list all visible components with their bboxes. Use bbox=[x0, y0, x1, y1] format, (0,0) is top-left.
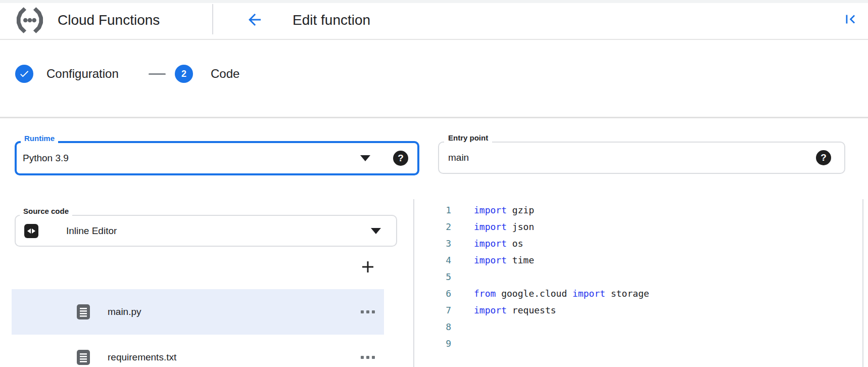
step-configuration-label[interactable]: Configuration bbox=[46, 67, 119, 81]
entry-point-help-icon[interactable]: ? bbox=[816, 150, 831, 165]
app-title: Cloud Functions bbox=[58, 12, 160, 28]
stepper-connector bbox=[149, 73, 166, 75]
step-number: 2 bbox=[181, 69, 186, 79]
caret-down-icon bbox=[360, 155, 370, 161]
add-file-icon[interactable] bbox=[360, 259, 376, 275]
caret-down-icon bbox=[371, 228, 381, 234]
editor-scrollbar-track[interactable] bbox=[862, 199, 863, 367]
cloud-functions-logo-icon bbox=[14, 7, 45, 34]
window-top-edge bbox=[0, 0, 868, 3]
code-line: 5 bbox=[414, 268, 861, 285]
line-number: 6 bbox=[414, 288, 451, 299]
section-divider bbox=[0, 117, 868, 118]
step-configuration-indicator[interactable] bbox=[15, 65, 33, 83]
code-line: 7 import requests bbox=[414, 302, 861, 318]
source-code-label: Source code bbox=[20, 207, 72, 218]
file-document-icon bbox=[77, 304, 90, 319]
runtime-help-icon[interactable]: ? bbox=[393, 151, 408, 166]
code-text: import requests bbox=[474, 305, 556, 315]
entry-point-label: Entry point bbox=[444, 134, 492, 145]
line-number: 8 bbox=[414, 322, 451, 332]
back-arrow-icon[interactable] bbox=[246, 11, 264, 29]
code-line: 2 import json bbox=[414, 218, 861, 235]
check-icon bbox=[19, 68, 30, 79]
code-text: from google.cloud import storage bbox=[474, 288, 649, 299]
header-divider bbox=[212, 4, 213, 34]
file-overflow-menu-button[interactable] bbox=[361, 356, 375, 359]
code-text: import time bbox=[474, 255, 534, 265]
source-code-select[interactable]: Source code Inline Editor bbox=[15, 215, 397, 247]
runtime-value: Python 3.9 bbox=[23, 153, 69, 164]
entry-point-value: main bbox=[448, 152, 469, 163]
file-overflow-menu-button[interactable] bbox=[361, 310, 375, 313]
line-number: 9 bbox=[414, 338, 451, 349]
collapse-panel-icon[interactable] bbox=[842, 11, 859, 28]
code-line: 8 bbox=[414, 318, 861, 335]
file-name: main.py bbox=[108, 306, 141, 317]
code-line: 9 bbox=[414, 335, 861, 352]
file-name: requirements.txt bbox=[108, 352, 176, 363]
step-code-label[interactable]: Code bbox=[211, 67, 239, 81]
source-code-value: Inline Editor bbox=[66, 225, 117, 237]
code-editor[interactable]: 1 import gzip 2 import json 3 import os … bbox=[414, 202, 861, 352]
code-line: 4 import time bbox=[414, 252, 861, 268]
line-number: 2 bbox=[414, 221, 451, 232]
line-number: 3 bbox=[414, 238, 451, 249]
code-line: 1 import gzip bbox=[414, 202, 861, 218]
file-row[interactable]: main.py bbox=[12, 289, 384, 335]
code-text: import gzip bbox=[474, 205, 534, 215]
line-number: 1 bbox=[414, 205, 451, 215]
code-line: 6 from google.cloud import storage bbox=[414, 285, 861, 302]
page-title: Edit function bbox=[293, 12, 370, 28]
code-text: import os bbox=[474, 238, 523, 249]
line-number: 5 bbox=[414, 271, 451, 282]
edit-function-page: { "header": { "app_title": "Cloud Functi… bbox=[0, 0, 868, 367]
header-bottom-border bbox=[0, 39, 868, 40]
entry-point-input[interactable]: Entry point main ? bbox=[438, 142, 845, 174]
line-number: 4 bbox=[414, 255, 451, 265]
line-number: 7 bbox=[414, 305, 451, 315]
code-line: 3 import os bbox=[414, 235, 861, 252]
code-text: import json bbox=[474, 221, 534, 232]
inline-editor-icon bbox=[24, 224, 38, 238]
runtime-label: Runtime bbox=[21, 134, 58, 145]
file-row[interactable]: requirements.txt bbox=[12, 335, 384, 367]
step-code-indicator[interactable]: 2 bbox=[175, 65, 193, 83]
file-list: main.py requirements.txt bbox=[12, 289, 384, 367]
runtime-select[interactable]: Runtime Python 3.9 ? bbox=[15, 141, 419, 175]
file-document-icon bbox=[77, 350, 90, 365]
